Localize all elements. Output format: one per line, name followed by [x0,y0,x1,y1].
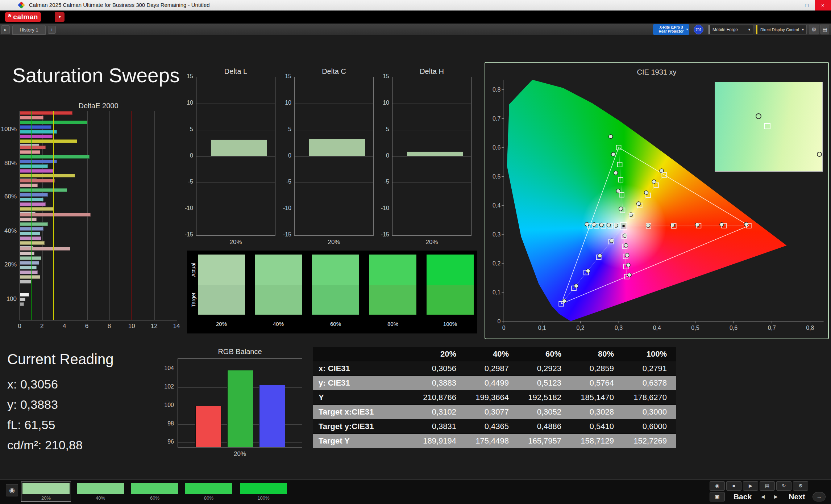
sweep-line-blue [561,226,624,304]
deltae-bar [20,293,29,297]
stop-button[interactable]: ■ [726,481,741,491]
deltae-bar [20,111,72,115]
pattern-window-button[interactable]: ▣ [710,492,725,501]
logo-bar: * calman ▼ [0,10,831,24]
gear-button[interactable]: ⚙ [793,481,808,491]
display-control-select[interactable]: Direct Display Control ▼ [756,25,807,34]
deltae-reference-line [53,111,54,320]
sequence-swatch-label: 20% [21,495,71,501]
table-cell: 0,3077 [466,405,518,419]
cie-x-tick-label: 0,2 [576,325,584,331]
rgb-y-tick-label: 96 [151,438,174,445]
cie-measured-point [646,223,650,227]
sequence-swatch-button[interactable]: 100% [238,482,288,502]
close-button[interactable]: × [815,0,831,10]
cie-x-tick-label: 0,6 [730,325,737,331]
cie-y-tick-label: 0 [497,318,500,324]
table-cell: 0,4499 [466,376,518,390]
profile-badge[interactable]: 701 [694,25,703,34]
rgb-x-label: 20% [178,450,302,458]
meter-status-button[interactable]: ◉ [6,484,18,496]
delta-chart-gridline [196,104,275,104]
swatch-label: 40% [255,321,302,327]
deltae-bar [20,179,55,182]
play-button[interactable]: ▶ [743,481,758,491]
maximize-button[interactable]: □ [799,0,815,10]
minimize-button[interactable]: – [783,0,799,10]
deltae-bar [20,198,43,201]
deltae-bar [20,130,57,134]
table-cell: 210,8766 [413,390,466,404]
toolbar: ▸ History 1 + X-Rite i1Pro 3 Rear Projec… [0,24,831,35]
meter-selector-button[interactable]: X-Rite i1Pro 3 Rear Projector ▼ [653,24,689,35]
sequence-swatch-button[interactable]: 80% [184,482,234,502]
delta-chart-gridline [295,130,373,130]
logo-menu-button[interactable]: ▼ [55,12,65,22]
table-cell: 165,7957 [518,434,571,448]
deltae-y-tick-label: 100% [0,126,17,133]
deltae-y-tick-label: 80% [0,160,17,167]
deltae-bar [20,232,40,235]
forward-arrow-icon: ▶ [774,494,778,499]
layout-button[interactable]: ▤ [820,25,829,34]
pattern-source-select[interactable]: Mobile Forge ▼ [709,25,753,34]
sequence-swatch-button[interactable]: 40% [75,482,125,502]
meter-icon: ◉ [9,487,15,494]
table-cell: 0,3000 [623,405,676,419]
rgb-balance-title: RGB Balance [178,348,302,356]
actual-swatch [198,255,245,285]
sequence-swatch-color [22,483,70,494]
panel-toggle-button[interactable]: ▸ [1,25,10,34]
table-cell: 192,5182 [518,390,571,404]
deltae-bar [20,302,24,306]
cie-y-tick-label: 0,5 [493,173,500,180]
delta-chart-y-tick-label: 15 [273,73,291,80]
calman-window: Calman 2025 Calman Ultimate for Business… [0,0,831,504]
add-tab-button[interactable]: + [48,26,56,34]
export-icon: ▤ [765,483,769,488]
delta-chart-y-tick-label: -10 [273,205,291,211]
calman-logo[interactable]: * calman [5,12,41,22]
deltae-x-tick-label: 4 [57,323,72,330]
delta-chart-bar [309,139,365,156]
grid-icon: ▣ [715,494,719,500]
page-title: Saturation Sweeps [12,64,180,87]
delta-chart-gridline [295,104,373,104]
refresh-icon: ↻ [782,483,786,488]
title-bar: Calman 2025 Calman Ultimate for Business… [0,0,831,10]
advance-button[interactable]: → [813,492,826,501]
delta-chart-plot [196,77,275,236]
gear-icon: ⚙ [811,26,817,33]
refresh-button[interactable]: ↻ [776,481,791,491]
step-forward-button[interactable]: ▶ [770,493,781,501]
delta-chart-bar [407,151,463,156]
app-icon [18,1,25,9]
delta-chart-gridline [392,182,471,183]
tab-history-1[interactable]: History 1 [12,25,46,35]
bottom-bar: ◉ 20%40%60%80%100%◉■▶▤↻⚙▣Back◀▶Next→ [0,479,831,504]
sequence-swatch-button[interactable]: 60% [130,482,180,502]
deltae-y-tick-label: 60% [0,193,17,200]
back-button[interactable]: Back [730,492,755,501]
play-icon: ▶ [749,483,752,488]
meter-button[interactable]: ◉ [710,481,725,491]
cie-x-tick-label: 0,5 [691,325,699,331]
export-button[interactable]: ▤ [760,481,775,491]
deltae-bar [20,202,46,206]
delta-chart-plot [294,77,374,236]
sequence-swatch-button[interactable]: 20% [21,482,71,502]
deltae-x-tick-label: 2 [35,323,49,330]
delta-chart-y-tick-label: 5 [273,126,291,133]
table-row-label [313,347,413,361]
actual-swatch [255,255,302,285]
rgb-gridline [178,369,302,369]
delta-chart-gridline [392,156,471,157]
cie-y-tick-label: 0,8 [493,87,500,93]
table-cell: 178,6270 [623,390,676,404]
deltae-reference-line [132,111,132,320]
step-back-button[interactable]: ◀ [757,493,768,501]
settings-button[interactable]: ⚙ [809,25,819,34]
meter-mode: Rear Projector [653,29,689,33]
next-button[interactable]: Next [784,492,810,501]
delta-chart-gridline [392,209,471,209]
